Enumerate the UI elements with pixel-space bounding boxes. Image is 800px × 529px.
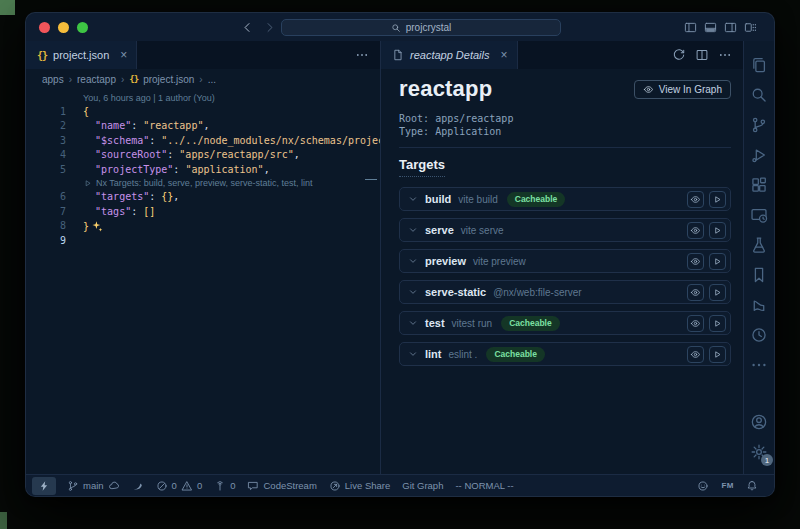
target-row-serve-static[interactable]: serve-static@nx/web:file-server: [399, 280, 731, 304]
minimize-window-button[interactable]: [58, 22, 69, 33]
close-window-button[interactable]: [39, 22, 50, 33]
target-row-build[interactable]: buildvite buildCacheable: [399, 187, 731, 211]
target-lint-view-config-button[interactable]: [687, 346, 704, 363]
nx-console-icon: [750, 296, 768, 314]
search-icon: [750, 86, 768, 104]
activity-search[interactable]: [744, 80, 774, 110]
more-editor-actions-icon[interactable]: [718, 48, 732, 62]
chevron-down-icon[interactable]: [407, 224, 419, 236]
chevron-down-icon[interactable]: [407, 193, 419, 205]
status-text: FM: [721, 481, 734, 490]
activity-manage-settings[interactable]: 1: [744, 437, 774, 467]
code-line[interactable]: 6 "targets": {},: [26, 190, 380, 205]
breadcrumb-item-file[interactable]: project.json: [143, 74, 194, 85]
customize-layout-icon[interactable]: [744, 21, 757, 34]
chevron-down-icon[interactable]: [407, 348, 419, 360]
activity-accounts[interactable]: [744, 407, 774, 437]
target-lint-run-button[interactable]: [709, 346, 726, 363]
code-line-text: }: [66, 220, 103, 232]
target-preview-run-button[interactable]: [709, 253, 726, 270]
target-row-lint[interactable]: linteslint .Cacheable: [399, 342, 731, 366]
toggle-primary-sidebar-icon[interactable]: [684, 21, 697, 34]
activity-bookmarks[interactable]: [744, 260, 774, 290]
line-number: 5: [26, 164, 66, 175]
toggle-panel-icon[interactable]: [704, 21, 717, 34]
status-forwarded-ports[interactable]: 0: [208, 477, 241, 495]
code-line[interactable]: 5 "projectType": "application",: [26, 162, 380, 177]
tab-reactapp-details[interactable]: reactapp Details ×: [381, 41, 518, 69]
target-name: serve-static: [425, 286, 486, 298]
code-editor[interactable]: You, 6 hours ago | 1 author (You)1{2 "na…: [26, 89, 380, 474]
line-number: 4: [26, 149, 66, 160]
code-line[interactable]: 4 "sourceRoot": "apps/reactapp/src",: [26, 148, 380, 163]
activity-extensions[interactable]: [744, 170, 774, 200]
tab-project-json[interactable]: {} project.json ×: [26, 41, 137, 69]
status-live-share[interactable]: Live Share: [323, 477, 396, 495]
close-tab-icon[interactable]: ×: [120, 48, 127, 62]
target-serve-static-view-config-button[interactable]: [687, 284, 704, 301]
activity-additional-views[interactable]: [744, 350, 774, 380]
close-tab-icon[interactable]: ×: [501, 48, 508, 62]
code-line[interactable]: 9: [26, 233, 380, 248]
code-line[interactable]: 1{: [26, 104, 380, 119]
split-editor-icon[interactable]: [695, 48, 709, 62]
git-codelens[interactable]: You, 6 hours ago | 1 author (You): [26, 91, 380, 104]
code-line[interactable]: 2 "name": "reactapp",: [26, 119, 380, 134]
target-preview-view-config-button[interactable]: [687, 253, 704, 270]
code-line[interactable]: 7 "tags": []: [26, 204, 380, 219]
chevron-down-icon[interactable]: [407, 255, 419, 267]
status-git-branch[interactable]: main: [61, 477, 126, 495]
cacheable-badge: Cacheable: [507, 192, 566, 207]
command-center-search[interactable]: projcrystal: [281, 19, 561, 36]
target-serve-view-config-button[interactable]: [687, 222, 704, 239]
search-icon: [391, 23, 401, 33]
code-line[interactable]: 3 "$schema": "../../node_modules/nx/sche…: [26, 133, 380, 148]
target-serve-run-button[interactable]: [709, 222, 726, 239]
status-feedback-smiley[interactable]: [691, 477, 715, 495]
target-test-view-config-button[interactable]: [687, 315, 704, 332]
toggle-secondary-sidebar-icon[interactable]: [724, 21, 737, 34]
run-target-lens-icon[interactable]: [83, 179, 92, 188]
target-build-view-config-button[interactable]: [687, 191, 704, 208]
target-command: @nx/web:file-server: [493, 287, 582, 298]
nx-targets-codelens[interactable]: Nx Targets: build, serve, preview, serve…: [26, 177, 380, 190]
chevron-down-icon[interactable]: [407, 286, 419, 298]
navigate-back-icon[interactable]: [241, 21, 254, 34]
zoom-window-button[interactable]: [77, 22, 88, 33]
view-in-graph-button[interactable]: View In Graph: [634, 80, 731, 99]
activity-run-and-debug[interactable]: [744, 140, 774, 170]
refresh-view-icon[interactable]: [672, 48, 686, 62]
target-row-test[interactable]: testvitest runCacheable: [399, 311, 731, 335]
activity-testing[interactable]: [744, 230, 774, 260]
target-build-run-button[interactable]: [709, 191, 726, 208]
copilot-sparkle-icon[interactable]: [91, 220, 103, 232]
code-line[interactable]: 8}: [26, 219, 380, 234]
status-codestream[interactable]: CodeStream: [241, 477, 322, 495]
target-test-run-button[interactable]: [709, 315, 726, 332]
target-serve-static-run-button[interactable]: [709, 284, 726, 301]
activity-explorer[interactable]: [744, 50, 774, 80]
target-row-serve[interactable]: servevite serve: [399, 218, 731, 242]
code-line-text: {: [66, 106, 89, 117]
target-command: vite build: [458, 194, 497, 205]
activity-time-tracker[interactable]: [744, 320, 774, 350]
navigate-forward-icon[interactable]: [263, 21, 276, 34]
status-vim-mode[interactable]: -- NORMAL --: [449, 477, 519, 495]
activity-source-control[interactable]: [744, 110, 774, 140]
more-editor-actions-icon[interactable]: [355, 48, 369, 62]
breadcrumb-item-symbol[interactable]: ...: [208, 74, 216, 85]
breadcrumb-item-apps[interactable]: apps: [42, 74, 64, 85]
status-remote-indicator[interactable]: [32, 477, 56, 495]
activity-remote-explorer[interactable]: [744, 200, 774, 230]
chevron-down-icon[interactable]: [407, 317, 419, 329]
status-text: -- NORMAL --: [455, 480, 513, 491]
target-row-preview[interactable]: previewvite preview: [399, 249, 731, 273]
status-bird-extension[interactable]: [126, 477, 150, 495]
status-git-graph[interactable]: Git Graph: [396, 477, 449, 495]
status-notifications-bell[interactable]: [740, 477, 764, 495]
status-problems[interactable]: 00: [150, 477, 209, 495]
activity-nx-console[interactable]: [744, 290, 774, 320]
breadcrumb-item-reactapp[interactable]: reactapp: [77, 74, 116, 85]
status-fm-indicator[interactable]: FM: [715, 477, 740, 495]
json-brackets-icon: {}: [129, 74, 138, 84]
